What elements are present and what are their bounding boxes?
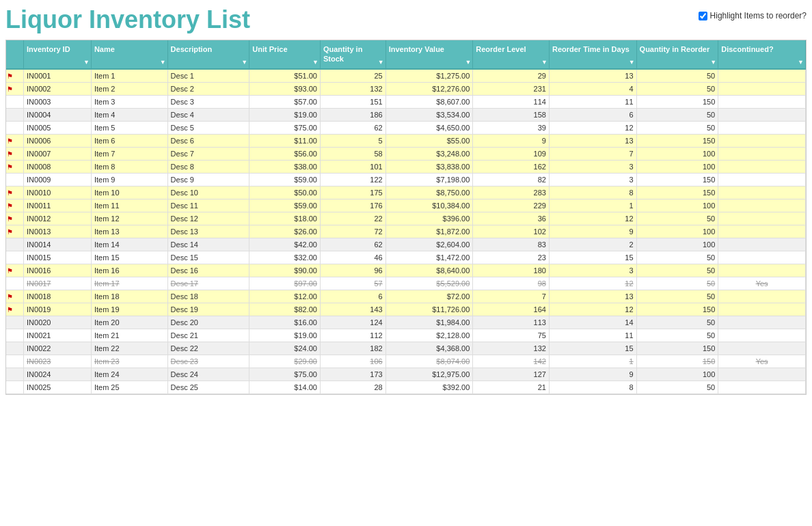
- dropdown-arrow-description[interactable]: ▼: [241, 59, 247, 66]
- flag-cell: [6, 355, 24, 368]
- cell-reorder_level: 36: [473, 212, 550, 225]
- cell-qty_stock: 151: [320, 95, 385, 108]
- cell-name: Item 6: [91, 134, 167, 147]
- col-header-inv-value[interactable]: Inventory Value ▼: [385, 40, 473, 69]
- cell-reorder_days: 3: [549, 173, 636, 186]
- cell-qty_stock: 96: [320, 264, 385, 277]
- cell-name: Item 16: [91, 264, 167, 277]
- cell-reorder_level: 21: [473, 380, 550, 393]
- dropdown-arrow-id[interactable]: ▼: [83, 59, 90, 66]
- cell-inv_value: $8,074.00: [385, 355, 473, 368]
- cell-reorder_days: 7: [549, 147, 636, 160]
- col-label-qty-reorder: Quantity in Reorder: [640, 44, 716, 54]
- cell-description: Desc 20: [167, 316, 249, 329]
- col-label-id: Inventory ID: [27, 44, 88, 54]
- cell-qty_reorder: 100: [636, 160, 718, 173]
- dropdown-arrow-reorder-days[interactable]: ▼: [629, 59, 635, 66]
- cell-reorder_level: 162: [473, 160, 550, 173]
- table-body: ⚑IN0001Item 1Desc 1$51.0025$1,275.002913…: [6, 69, 806, 394]
- flag-cell: [6, 251, 24, 264]
- table-row: ⚑IN0012Item 12Desc 12$18.0022$396.003612…: [6, 212, 806, 225]
- dropdown-arrow-unit-price[interactable]: ▼: [312, 59, 319, 66]
- cell-id: IN0016: [24, 264, 92, 277]
- cell-description: Desc 1: [167, 69, 249, 83]
- table-row: IN0009Item 9Desc 9$59.00122$7,198.008231…: [6, 173, 806, 186]
- cell-id: IN0015: [24, 251, 92, 264]
- table-header-row: Inventory ID ▼ Name ▼ Description ▼ Unit…: [6, 40, 806, 69]
- col-header-name[interactable]: Name ▼: [91, 40, 167, 69]
- page-wrapper: Liquor Inventory List Highlight Items to…: [0, 0, 812, 526]
- col-header-reorder-level[interactable]: Reorder Level ▼: [473, 40, 550, 69]
- cell-id: IN0021: [24, 329, 92, 342]
- cell-reorder_level: 229: [473, 199, 550, 212]
- cell-id: IN0022: [24, 342, 92, 355]
- cell-description: Desc 8: [167, 160, 249, 173]
- dropdown-arrow-inv-value[interactable]: ▼: [465, 59, 471, 66]
- cell-discontinued: [718, 108, 806, 121]
- table-row: IN0017Item 17Desc 17$97.0057$5,529.00981…: [6, 277, 806, 290]
- cell-description: Desc 16: [167, 264, 249, 277]
- cell-inv_value: $8,640.00: [385, 264, 473, 277]
- col-header-unit-price[interactable]: Unit Price ▼: [249, 40, 321, 69]
- cell-description: Desc 10: [167, 186, 249, 199]
- flag-cell: ⚑: [6, 225, 24, 238]
- col-header-description[interactable]: Description ▼: [167, 40, 249, 69]
- cell-reorder_days: 13: [549, 134, 636, 147]
- cell-qty_stock: 122: [320, 173, 385, 186]
- cell-inv_value: $7,198.00: [385, 173, 473, 186]
- cell-qty_stock: 175: [320, 186, 385, 199]
- cell-id: IN0002: [24, 82, 92, 95]
- cell-id: IN0024: [24, 368, 92, 380]
- cell-discontinued: [718, 368, 806, 380]
- cell-inv_value: $1,472.00: [385, 251, 473, 264]
- col-header-qty-reorder[interactable]: Quantity in Reorder ▼: [636, 40, 718, 69]
- cell-unit_price: $97.00: [249, 277, 321, 290]
- cell-name: Item 4: [91, 108, 167, 121]
- cell-id: IN0009: [24, 173, 92, 186]
- flag-cell: ⚑: [6, 82, 24, 95]
- cell-reorder_level: 75: [473, 329, 550, 342]
- cell-name: Item 3: [91, 95, 167, 108]
- col-header-reorder-days[interactable]: Reorder Time in Days ▼: [549, 40, 636, 69]
- table-row: IN0024Item 24Desc 24$75.00173$12,975.001…: [6, 368, 806, 380]
- col-header-discontinued[interactable]: Discontinued? ▼: [718, 40, 806, 69]
- cell-name: Item 18: [91, 290, 167, 303]
- cell-reorder_days: 3: [549, 264, 636, 277]
- cell-qty_stock: 186: [320, 108, 385, 121]
- col-header-qty-stock[interactable]: Quantity in Stock ▼: [320, 40, 385, 69]
- dropdown-arrow-qty-reorder[interactable]: ▼: [710, 59, 716, 66]
- highlight-option[interactable]: Highlight Items to reorder?: [699, 11, 807, 20]
- cell-unit_price: $57.00: [249, 95, 321, 108]
- cell-inv_value: $3,248.00: [385, 147, 473, 160]
- cell-qty_reorder: 50: [636, 69, 718, 83]
- cell-qty_stock: 132: [320, 82, 385, 95]
- cell-id: IN0007: [24, 147, 92, 160]
- table-row: IN0023Item 23Desc 23$29.00106$8,074.0014…: [6, 355, 806, 368]
- cell-description: Desc 5: [167, 121, 249, 134]
- flag-cell: [6, 329, 24, 342]
- cell-reorder_days: 12: [549, 277, 636, 290]
- cell-qty_reorder: 50: [636, 212, 718, 225]
- cell-reorder_level: 9: [473, 134, 550, 147]
- cell-qty_reorder: 150: [636, 173, 718, 186]
- cell-reorder_level: 132: [473, 342, 550, 355]
- cell-id: IN0017: [24, 277, 92, 290]
- highlight-checkbox[interactable]: [699, 12, 707, 20]
- cell-description: Desc 24: [167, 368, 249, 380]
- cell-name: Item 9: [91, 173, 167, 186]
- cell-name: Item 22: [91, 342, 167, 355]
- cell-name: Item 20: [91, 316, 167, 329]
- table-row: IN0005Item 5Desc 5$75.0062$4,650.0039125…: [6, 121, 806, 134]
- cell-inv_value: $2,128.00: [385, 329, 473, 342]
- cell-id: IN0014: [24, 238, 92, 251]
- cell-discontinued: [718, 199, 806, 212]
- col-header-id[interactable]: Inventory ID ▼: [24, 40, 92, 69]
- cell-unit_price: $75.00: [249, 368, 321, 380]
- dropdown-arrow-discontinued[interactable]: ▼: [798, 59, 804, 66]
- dropdown-arrow-qty-stock[interactable]: ▼: [378, 59, 384, 66]
- cell-reorder_days: 9: [549, 225, 636, 238]
- dropdown-arrow-reorder-level[interactable]: ▼: [541, 59, 547, 66]
- cell-reorder_days: 11: [549, 329, 636, 342]
- cell-discontinued: [718, 212, 806, 225]
- dropdown-arrow-name[interactable]: ▼: [160, 59, 166, 66]
